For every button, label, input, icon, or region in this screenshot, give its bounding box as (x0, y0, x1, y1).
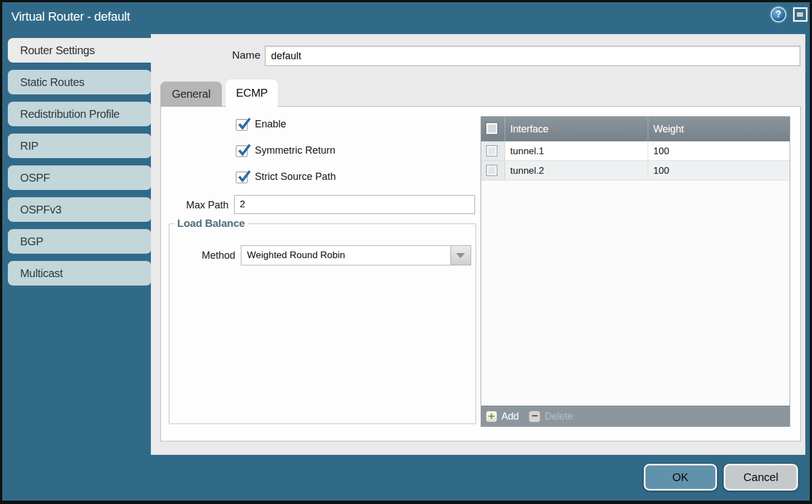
dropdown-arrow-button[interactable] (450, 246, 471, 265)
restore-window-glyph (797, 12, 803, 17)
tab-ecmp[interactable]: ECMP (226, 79, 278, 107)
header-checkbox-cell (481, 117, 505, 141)
method-value: Weighted Round Robin (247, 246, 345, 265)
column-header-weight: Weight (648, 117, 790, 141)
method-label: Method (175, 250, 235, 261)
max-path-input[interactable] (234, 195, 475, 214)
ecmp-tab-content: Enable Symmetric Return Strict Source Pa… (160, 106, 801, 441)
plus-icon: + (486, 411, 497, 422)
ok-button[interactable]: OK (644, 464, 717, 491)
row-checkbox[interactable] (486, 145, 497, 156)
select-all-checkbox[interactable] (486, 122, 498, 135)
table-empty-area (481, 180, 790, 406)
checkmark-icon (237, 169, 251, 183)
add-button[interactable]: + Add (486, 411, 519, 422)
table-row[interactable]: tunnel.2 100 (481, 161, 790, 180)
cell-interface[interactable]: tunnel.2 (505, 161, 648, 180)
cell-weight[interactable]: 100 (648, 161, 790, 180)
name-label: Name (184, 49, 260, 61)
dialog-title: Virtual Router - default (11, 9, 130, 24)
virtual-router-dialog: Virtual Router - default ? Router Settin… (0, 0, 812, 504)
main-panel: Name General ECMP Enable Symmetric Retur… (151, 34, 805, 455)
minus-icon: − (529, 411, 540, 422)
sidebar-item-multicast[interactable]: Multicast (8, 261, 151, 286)
row-checkbox[interactable] (486, 165, 497, 176)
delete-button[interactable]: − Delete (529, 411, 573, 422)
cell-interface[interactable]: tunnel.1 (505, 141, 648, 160)
tab-general[interactable]: General (160, 82, 222, 107)
symmetric-return-label: Symmetric Return (255, 145, 335, 156)
checkmark-icon (237, 116, 251, 131)
restore-window-icon[interactable] (793, 7, 808, 22)
strict-source-path-label: Strict Source Path (255, 171, 336, 183)
column-header-interface: Interface (505, 117, 648, 141)
sidebar-item-static-routes[interactable]: Static Routes (8, 70, 151, 94)
method-dropdown[interactable]: Weighted Round Robin (241, 245, 471, 265)
cancel-button[interactable]: Cancel (724, 464, 798, 491)
table-row[interactable]: tunnel.1 100 (481, 141, 790, 161)
row-checkbox-cell (481, 141, 505, 160)
table-footer-toolbar: + Add − Delete (481, 406, 790, 426)
sidebar-item-router-settings[interactable]: Router Settings (8, 38, 154, 63)
cell-weight[interactable]: 100 (648, 141, 790, 160)
enable-label: Enable (255, 118, 286, 130)
max-path-label: Max Path (161, 199, 229, 211)
title-bar: Virtual Router - default ? (2, 2, 810, 32)
interface-table: Interface Weight tunnel.1 100 tunnel.2 1… (481, 116, 790, 427)
load-balance-legend: Load Balance (174, 217, 248, 230)
sidebar-item-ospf[interactable]: OSPF (8, 165, 151, 190)
add-button-label: Add (501, 411, 519, 422)
sidebar-item-bgp[interactable]: BGP (8, 229, 151, 254)
table-header: Interface Weight (481, 117, 790, 141)
sidebar-item-redistribution-profile[interactable]: Redistribution Profile (8, 102, 151, 126)
chevron-down-icon (456, 253, 465, 258)
sidebar-item-rip[interactable]: RIP (8, 134, 151, 158)
row-checkbox-cell (481, 161, 505, 180)
help-icon[interactable]: ? (771, 7, 786, 22)
name-input[interactable] (265, 46, 800, 66)
load-balance-fieldset: Load Balance Method Weighted Round Robin (169, 217, 476, 424)
sidebar-item-ospfv3[interactable]: OSPFv3 (8, 197, 151, 222)
delete-button-label: Delete (544, 411, 573, 422)
checkmark-icon (237, 142, 251, 157)
